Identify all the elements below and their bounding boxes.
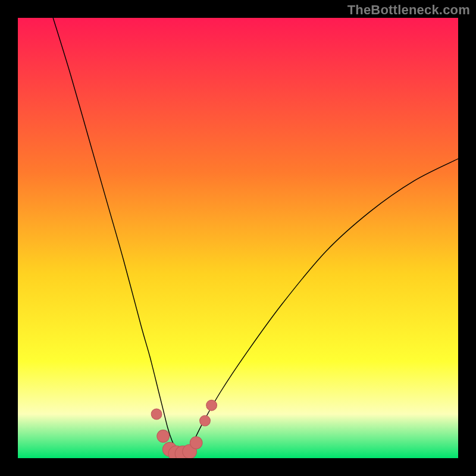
curve-marker — [200, 415, 211, 426]
curve-marker — [190, 437, 202, 449]
watermark-text: TheBottleneck.com — [347, 2, 470, 18]
plot-area — [18, 18, 458, 458]
chart-svg — [18, 18, 458, 458]
curve-marker — [206, 400, 217, 411]
curve-marker — [157, 430, 170, 443]
gradient-background — [18, 18, 458, 458]
curve-marker — [151, 409, 162, 419]
chart-frame: TheBottleneck.com — [0, 0, 476, 476]
